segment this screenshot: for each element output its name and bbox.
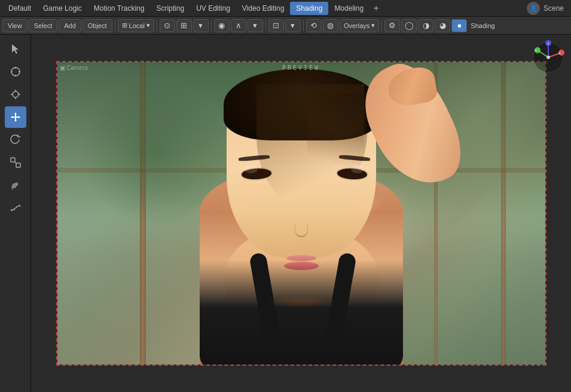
- menu-item-modeling[interactable]: Modeling: [328, 2, 370, 15]
- snap-options[interactable]: ▾: [193, 19, 209, 32]
- menu-item-uv-editing[interactable]: UV Editing: [190, 2, 236, 15]
- overlays-label: Overlays: [344, 22, 370, 29]
- render-mode-3[interactable]: ◕: [435, 19, 450, 32]
- viewport-gizmo[interactable]: X Y Z: [530, 39, 566, 75]
- proportional-editing[interactable]: ⊙: [160, 19, 175, 32]
- menu-item-game-logic[interactable]: Game Logic: [37, 2, 88, 15]
- select-tool[interactable]: [5, 38, 26, 60]
- transform-tool[interactable]: [5, 84, 26, 105]
- dropdown-arrow: ▾: [146, 22, 150, 29]
- overlays-dropdown[interactable]: Overlays ▾: [340, 19, 379, 32]
- overlays-dropdown-arrow: ▾: [371, 22, 375, 29]
- menu-item-default[interactable]: Default: [2, 2, 37, 15]
- sep-6: [381, 20, 382, 32]
- rotate-tool[interactable]: [5, 129, 26, 151]
- render-mode-1[interactable]: ◯: [401, 19, 417, 32]
- viewport-options[interactable]: ▾: [248, 19, 263, 32]
- svg-text:X: X: [558, 51, 561, 55]
- render-mode-4[interactable]: ●: [451, 19, 467, 32]
- move-tool[interactable]: [5, 106, 26, 128]
- object-menu[interactable]: Object: [83, 19, 112, 32]
- svg-point-0: [11, 68, 20, 76]
- global-view[interactable]: ⊡: [268, 19, 284, 32]
- add-menu[interactable]: Add: [59, 19, 81, 32]
- menu-item-scripting[interactable]: Scripting: [150, 2, 190, 15]
- user-avatar[interactable]: 👤: [527, 2, 540, 15]
- viewport-corner-tl: ▣ Camera: [60, 65, 88, 71]
- snap-toggle[interactable]: ⊞: [176, 19, 192, 32]
- sep-2: [157, 20, 157, 32]
- menu-item-motion-tracking[interactable]: Motion Tracking: [88, 2, 151, 15]
- sync-icon[interactable]: ⟲: [306, 19, 322, 32]
- svg-line-8: [15, 162, 16, 163]
- svg-rect-6: [11, 158, 15, 162]
- measure-tool[interactable]: [5, 197, 26, 219]
- 3d-viewport[interactable]: PREVIEW ▣ Camera X Y Z: [31, 35, 571, 392]
- select-menu[interactable]: Select: [29, 19, 58, 32]
- render-canvas: PREVIEW ▣ Camera: [56, 61, 546, 366]
- shading-mode-label: Shading: [468, 22, 494, 29]
- svg-point-24: [546, 56, 550, 59]
- sep-4: [265, 20, 266, 32]
- left-toolbar: [0, 35, 31, 392]
- header-settings[interactable]: ⚙: [384, 19, 400, 32]
- annotate-tool[interactable]: [5, 174, 26, 196]
- scene-name: Scene: [543, 4, 564, 13]
- camera-view[interactable]: ▾: [285, 19, 301, 32]
- svg-text:Y: Y: [535, 49, 537, 53]
- transform-icon: ⊞: [122, 22, 127, 29]
- svg-point-5: [13, 91, 19, 97]
- menu-item-shading[interactable]: Shading: [290, 2, 328, 15]
- svg-rect-7: [16, 163, 20, 167]
- sep-3: [211, 20, 212, 32]
- svg-text:Z: Z: [547, 42, 549, 45]
- main-area: PREVIEW ▣ Camera X Y Z: [0, 35, 571, 392]
- menu-item-video-editing[interactable]: Video Editing: [236, 2, 291, 15]
- top-menu-bar: Default Game Logic Motion Tracking Scrip…: [0, 0, 571, 17]
- render-overlay-text: PREVIEW: [282, 65, 320, 71]
- scale-tool[interactable]: [5, 152, 26, 173]
- viewport-toolbar: View Select Add Object ⊞ Local ▾ ⊙ ⊞ ▾ ◉…: [0, 17, 571, 35]
- svg-line-9: [11, 205, 20, 211]
- viewport-shading-solid[interactable]: ◉: [214, 19, 230, 32]
- cursor-tool[interactable]: [5, 61, 26, 82]
- sep-5: [303, 20, 304, 32]
- view-menu[interactable]: View: [2, 19, 28, 32]
- viewport-shading-wire[interactable]: ∧: [231, 19, 246, 32]
- sep-1: [115, 20, 115, 32]
- render-mode-2[interactable]: ◑: [418, 19, 433, 32]
- transform-space[interactable]: ⊞ Local ▾: [118, 19, 154, 32]
- add-workspace-tab[interactable]: +: [370, 2, 383, 15]
- world-icon[interactable]: ◍: [323, 19, 338, 32]
